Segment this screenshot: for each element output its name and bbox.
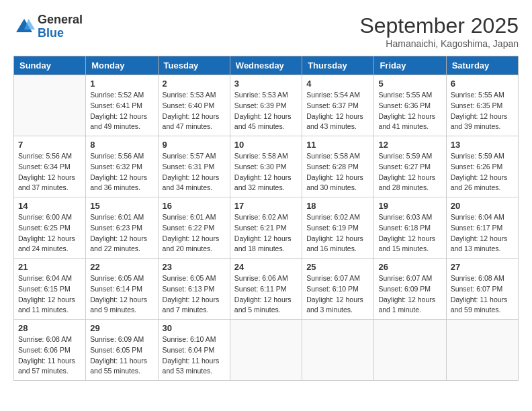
day-info: Sunrise: 5:58 AMSunset: 6:28 PMDaylight:… bbox=[306, 151, 369, 193]
day-info: Sunrise: 5:59 AMSunset: 6:26 PMDaylight:… bbox=[451, 151, 514, 193]
day-info: Sunrise: 5:57 AMSunset: 6:31 PMDaylight:… bbox=[163, 151, 226, 193]
sunset-label: Sunset: 6:11 PM bbox=[234, 285, 287, 293]
calendar-cell: 29Sunrise: 6:09 AMSunset: 6:05 PMDayligh… bbox=[86, 320, 158, 381]
day-info: Sunrise: 6:03 AMSunset: 6:18 PMDaylight:… bbox=[378, 212, 441, 255]
daylight-label: Daylight: 12 hours and 13 minutes. bbox=[451, 234, 508, 253]
sunrise-label: Sunrise: 6:08 AM bbox=[18, 335, 72, 343]
month-title: September 2025 bbox=[359, 13, 519, 38]
sunset-label: Sunset: 6:10 PM bbox=[306, 285, 359, 293]
daylight-label: Daylight: 12 hours and 24 minutes. bbox=[18, 234, 75, 253]
calendar-cell: 30Sunrise: 6:10 AMSunset: 6:04 PMDayligh… bbox=[158, 320, 230, 381]
sunset-label: Sunset: 6:26 PM bbox=[451, 163, 503, 171]
sunset-label: Sunset: 6:34 PM bbox=[18, 163, 71, 171]
calendar-cell: 7Sunrise: 5:56 AMSunset: 6:34 PMDaylight… bbox=[14, 136, 86, 197]
sunset-label: Sunset: 6:14 PM bbox=[90, 285, 142, 293]
day-info: Sunrise: 6:08 AMSunset: 6:07 PMDaylight:… bbox=[451, 273, 514, 316]
calendar-week-1: 7Sunrise: 5:56 AMSunset: 6:34 PMDaylight… bbox=[14, 136, 519, 197]
day-info: Sunrise: 5:56 AMSunset: 6:32 PMDaylight:… bbox=[90, 151, 153, 193]
day-number: 21 bbox=[18, 262, 81, 272]
day-number: 3 bbox=[234, 79, 298, 89]
sunset-label: Sunset: 6:27 PM bbox=[378, 163, 431, 171]
day-info: Sunrise: 5:55 AMSunset: 6:35 PMDaylight:… bbox=[451, 90, 514, 132]
day-number: 23 bbox=[163, 262, 226, 272]
day-number: 7 bbox=[18, 140, 81, 150]
day-number: 1 bbox=[90, 79, 153, 89]
day-number: 11 bbox=[306, 140, 369, 150]
daylight-label: Daylight: 12 hours and 3 minutes. bbox=[306, 295, 363, 314]
daylight-label: Daylight: 12 hours and 16 minutes. bbox=[306, 234, 363, 253]
daylight-label: Daylight: 12 hours and 41 minutes. bbox=[378, 112, 435, 131]
daylight-label: Daylight: 12 hours and 32 minutes. bbox=[234, 173, 292, 192]
daylight-label: Daylight: 12 hours and 36 minutes. bbox=[90, 173, 147, 192]
sunrise-label: Sunrise: 5:52 AM bbox=[90, 91, 144, 99]
day-number: 28 bbox=[18, 323, 81, 333]
sunrise-label: Sunrise: 6:05 AM bbox=[90, 274, 144, 282]
daylight-label: Daylight: 12 hours and 47 minutes. bbox=[163, 112, 220, 131]
day-info: Sunrise: 6:04 AMSunset: 6:15 PMDaylight:… bbox=[18, 273, 81, 316]
calendar-cell: 28Sunrise: 6:08 AMSunset: 6:06 PMDayligh… bbox=[14, 320, 86, 381]
sunset-label: Sunset: 6:15 PM bbox=[18, 285, 71, 293]
daylight-label: Daylight: 12 hours and 37 minutes. bbox=[18, 173, 75, 192]
sunset-label: Sunset: 6:17 PM bbox=[451, 224, 503, 232]
sunrise-label: Sunrise: 6:06 AM bbox=[234, 274, 288, 282]
day-info: Sunrise: 6:02 AMSunset: 6:19 PMDaylight:… bbox=[306, 212, 369, 255]
sunset-label: Sunset: 6:18 PM bbox=[378, 224, 431, 232]
sunrise-label: Sunrise: 6:01 AM bbox=[163, 213, 216, 221]
calendar-week-0: 1Sunrise: 5:52 AMSunset: 6:41 PMDaylight… bbox=[14, 75, 519, 136]
day-number: 8 bbox=[90, 140, 153, 150]
calendar-cell: 20Sunrise: 6:04 AMSunset: 6:17 PMDayligh… bbox=[446, 197, 518, 259]
daylight-label: Daylight: 12 hours and 9 minutes. bbox=[90, 295, 147, 314]
sunrise-label: Sunrise: 5:57 AM bbox=[163, 152, 216, 160]
calendar-week-2: 14Sunrise: 6:00 AMSunset: 6:25 PMDayligh… bbox=[14, 197, 519, 259]
calendar-table: SundayMondayTuesdayWednesdayThursdayFrid… bbox=[13, 56, 519, 381]
daylight-label: Daylight: 12 hours and 45 minutes. bbox=[234, 112, 292, 131]
sunset-label: Sunset: 6:36 PM bbox=[378, 101, 431, 109]
calendar-cell: 25Sunrise: 6:07 AMSunset: 6:10 PMDayligh… bbox=[302, 259, 374, 320]
calendar-cell: 1Sunrise: 5:52 AMSunset: 6:41 PMDaylight… bbox=[86, 75, 158, 136]
sunrise-label: Sunrise: 5:56 AM bbox=[18, 152, 72, 160]
sunset-label: Sunset: 6:37 PM bbox=[306, 101, 359, 109]
day-number: 30 bbox=[163, 323, 226, 333]
sunrise-label: Sunrise: 6:08 AM bbox=[451, 274, 504, 282]
calendar-cell bbox=[230, 320, 302, 381]
sunset-label: Sunset: 6:31 PM bbox=[163, 163, 215, 171]
day-number: 25 bbox=[306, 262, 369, 272]
calendar-cell: 2Sunrise: 5:53 AMSunset: 6:40 PMDaylight… bbox=[158, 75, 230, 136]
day-number: 15 bbox=[90, 201, 153, 211]
sunset-label: Sunset: 6:22 PM bbox=[163, 224, 215, 232]
day-info: Sunrise: 5:54 AMSunset: 6:37 PMDaylight:… bbox=[306, 90, 369, 132]
daylight-label: Daylight: 12 hours and 26 minutes. bbox=[451, 173, 508, 192]
day-info: Sunrise: 5:52 AMSunset: 6:41 PMDaylight:… bbox=[90, 90, 153, 132]
col-header-friday: Friday bbox=[374, 56, 446, 75]
daylight-label: Daylight: 12 hours and 7 minutes. bbox=[163, 295, 220, 314]
sunset-label: Sunset: 6:23 PM bbox=[90, 224, 142, 232]
daylight-label: Daylight: 12 hours and 43 minutes. bbox=[306, 112, 363, 131]
sunset-label: Sunset: 6:40 PM bbox=[163, 101, 215, 109]
sunrise-label: Sunrise: 5:53 AM bbox=[234, 91, 288, 99]
calendar-week-4: 28Sunrise: 6:08 AMSunset: 6:06 PMDayligh… bbox=[14, 320, 519, 381]
col-header-thursday: Thursday bbox=[302, 56, 374, 75]
daylight-label: Daylight: 12 hours and 18 minutes. bbox=[234, 234, 292, 253]
calendar-cell: 11Sunrise: 5:58 AMSunset: 6:28 PMDayligh… bbox=[302, 136, 374, 197]
sunset-label: Sunset: 6:09 PM bbox=[378, 285, 431, 293]
day-info: Sunrise: 6:05 AMSunset: 6:14 PMDaylight:… bbox=[90, 273, 153, 316]
day-number: 17 bbox=[234, 201, 298, 211]
calendar-cell: 8Sunrise: 5:56 AMSunset: 6:32 PMDaylight… bbox=[86, 136, 158, 197]
day-info: Sunrise: 6:08 AMSunset: 6:06 PMDaylight:… bbox=[18, 334, 81, 377]
day-info: Sunrise: 6:07 AMSunset: 6:10 PMDaylight:… bbox=[306, 273, 369, 316]
sunrise-label: Sunrise: 6:04 AM bbox=[18, 274, 72, 282]
day-info: Sunrise: 6:02 AMSunset: 6:21 PMDaylight:… bbox=[234, 212, 298, 255]
day-number: 6 bbox=[451, 79, 514, 89]
day-info: Sunrise: 6:05 AMSunset: 6:13 PMDaylight:… bbox=[163, 273, 226, 316]
sunrise-label: Sunrise: 6:05 AM bbox=[163, 274, 216, 282]
calendar-cell: 17Sunrise: 6:02 AMSunset: 6:21 PMDayligh… bbox=[230, 197, 302, 259]
day-info: Sunrise: 6:10 AMSunset: 6:04 PMDaylight:… bbox=[163, 334, 226, 377]
daylight-label: Daylight: 12 hours and 34 minutes. bbox=[163, 173, 220, 192]
day-number: 10 bbox=[234, 140, 298, 150]
day-number: 29 bbox=[90, 323, 153, 333]
sunset-label: Sunset: 6:21 PM bbox=[234, 224, 287, 232]
sunrise-label: Sunrise: 5:53 AM bbox=[163, 91, 216, 99]
sunrise-label: Sunrise: 6:02 AM bbox=[306, 213, 360, 221]
logo-general-text: General bbox=[38, 13, 83, 26]
sunset-label: Sunset: 6:35 PM bbox=[451, 101, 503, 109]
